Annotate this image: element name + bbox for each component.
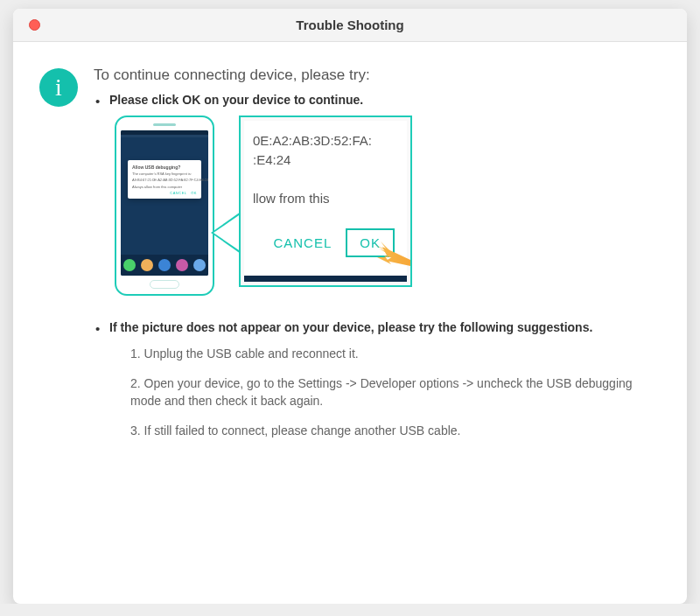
step-2: 2. Open your device, go to the Settings … bbox=[130, 374, 655, 410]
mini-dialog-body1: The computer's RSA key fingerprint is: bbox=[132, 172, 197, 176]
step-3: 3. If still failed to connect, please ch… bbox=[130, 422, 655, 439]
zoom-buttons: CANCEL OK bbox=[273, 228, 395, 257]
dock-app-icon bbox=[176, 259, 188, 271]
ok-button[interactable]: OK bbox=[346, 228, 395, 257]
zoom-text: 0E:A2:AB:3D:52:FA: :E4:24 llow from this bbox=[253, 131, 372, 228]
bullet-2-text: If the picture does not appear on your d… bbox=[109, 320, 655, 334]
troubleshoot-window: Trouble Shooting i To continue connectin… bbox=[13, 9, 687, 604]
zoom-line4 bbox=[253, 210, 256, 225]
zoom-line1: 0E:A2:AB:3D:52:FA: bbox=[253, 133, 372, 148]
mini-dialog-title: Allow USB debugging? bbox=[132, 164, 197, 170]
zoom-line3: llow from this bbox=[253, 191, 330, 206]
mini-dialog-body2: A9:B4:67:21:0E:A2:AB:3D:52:FA:82:7F:C4:E… bbox=[132, 178, 197, 182]
zoom-bot-strip bbox=[244, 276, 407, 282]
mini-cancel: CANCEL bbox=[170, 191, 186, 195]
illustration: Allow USB debugging? The computer's RSA … bbox=[115, 116, 412, 299]
info-icon: i bbox=[39, 68, 78, 107]
traffic-lights bbox=[29, 19, 40, 31]
phone-dock bbox=[121, 255, 208, 276]
bullet-1-text: Please click OK on your device to contin… bbox=[109, 93, 655, 107]
titlebar: Trouble Shooting bbox=[13, 9, 687, 42]
close-icon[interactable] bbox=[29, 19, 40, 31]
main-column: To continue connecting device, please tr… bbox=[94, 66, 655, 586]
zoom-panel: 0E:A2:AB:3D:52:FA: :E4:24 llow from this… bbox=[239, 116, 412, 287]
bullet-item-2: If the picture does not appear on your d… bbox=[109, 320, 655, 439]
dock-app-icon bbox=[193, 259, 206, 271]
window-title: Trouble Shooting bbox=[13, 18, 687, 32]
mini-ok: OK bbox=[191, 191, 197, 195]
phone-topbar bbox=[121, 135, 208, 137]
mini-dialog-buttons: CANCEL OK bbox=[132, 191, 197, 195]
info-glyph: i bbox=[55, 74, 62, 102]
phone-home-button bbox=[150, 280, 179, 289]
content-area: i To continue connecting device, please … bbox=[13, 42, 687, 604]
phone-mock: Allow USB debugging? The computer's RSA … bbox=[115, 116, 214, 296]
mini-dialog: Allow USB debugging? The computer's RSA … bbox=[128, 160, 201, 199]
zoom-inner: 0E:A2:AB:3D:52:FA: :E4:24 llow from this… bbox=[244, 121, 407, 282]
page-heading: To continue connecting device, please tr… bbox=[94, 66, 655, 84]
bullet-list: Please click OK on your device to contin… bbox=[94, 93, 655, 439]
mini-dialog-always: Always allow from this computer bbox=[132, 185, 197, 189]
dock-app-icon bbox=[141, 259, 153, 271]
step-1: 1. Unplug the USB cable and reconnect it… bbox=[130, 345, 655, 362]
phone-screen: Allow USB debugging? The computer's RSA … bbox=[121, 130, 208, 276]
suggestion-steps: 1. Unplug the USB cable and reconnect it… bbox=[109, 345, 655, 439]
dock-app-icon bbox=[123, 259, 136, 271]
bullet-item-1: Please click OK on your device to contin… bbox=[109, 93, 655, 299]
phone-speaker bbox=[153, 123, 176, 126]
dock-app-icon bbox=[158, 259, 171, 271]
zoom-line2: :E4:24 bbox=[253, 152, 290, 167]
cancel-button[interactable]: CANCEL bbox=[273, 235, 332, 250]
